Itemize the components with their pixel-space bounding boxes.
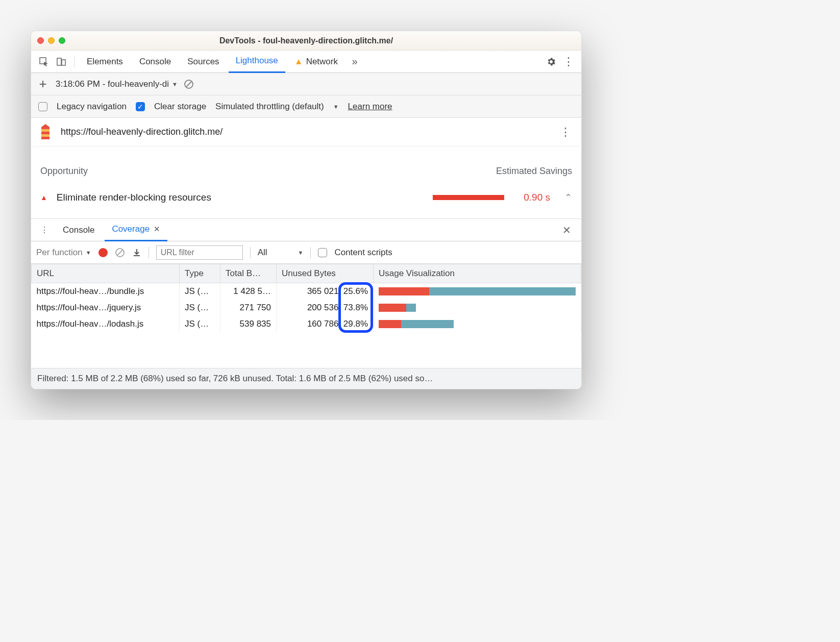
cell-total: 539 835 (220, 316, 277, 332)
table-row[interactable]: https://foul-heav…/jquery.jsJS (…271 750… (32, 300, 581, 316)
lighthouse-icon (38, 124, 53, 140)
clear-icon[interactable] (184, 79, 194, 89)
svg-marker-5 (41, 124, 50, 129)
savings-bar (433, 195, 504, 200)
svg-rect-2 (62, 60, 65, 65)
svg-rect-1 (57, 58, 61, 65)
opportunity-header: Opportunity Estimated Savings (31, 146, 581, 185)
clear-storage-label: Clear storage (154, 102, 206, 112)
warning-icon: ▲ (294, 57, 303, 67)
drawer-tabbar: ⋮ Console Coverage ✕ ✕ (31, 219, 581, 241)
cell-url: https://foul-heav…/jquery.js (32, 300, 180, 316)
svg-rect-6 (41, 129, 50, 132)
content-scripts-label: Content scripts (334, 248, 392, 258)
cell-type: JS (… (180, 300, 220, 316)
col-type[interactable]: Type (180, 264, 220, 283)
cell-type: JS (… (180, 283, 220, 300)
content-scripts-checkbox[interactable] (318, 248, 327, 257)
cell-unused: 200 536 73.8% (277, 300, 374, 316)
tab-network-label: Network (306, 57, 338, 67)
savings-col: Estimated Savings (496, 166, 572, 177)
close-tab-icon[interactable]: ✕ (154, 225, 160, 234)
kebab-menu-icon[interactable]: ⋮ (561, 54, 576, 69)
svg-rect-8 (41, 134, 50, 137)
clear-storage-checkbox[interactable]: ✓ (136, 102, 145, 111)
col-unused[interactable]: Unused Bytes (277, 264, 374, 283)
report-dropdown[interactable]: 3:18:06 PM - foul-heavenly-di ▼ (56, 79, 178, 89)
dropdown-icon: ▼ (298, 250, 304, 256)
legacy-nav-label: Legacy navigation (57, 102, 127, 112)
main-tabbar: Elements Console Sources Lighthouse ▲ Ne… (31, 51, 581, 73)
legacy-nav-checkbox[interactable] (38, 102, 47, 111)
throttling-dropdown-icon[interactable]: ▼ (333, 104, 339, 110)
cell-viz (374, 300, 581, 316)
fail-icon: ▲ (40, 193, 47, 202)
more-tabs-icon[interactable]: » (347, 54, 362, 69)
close-drawer-icon[interactable]: ✕ (557, 224, 576, 236)
col-total[interactable]: Total B… (220, 264, 277, 283)
tab-elements[interactable]: Elements (80, 51, 130, 73)
report-label: 3:18:06 PM - foul-heavenly-di (56, 79, 169, 89)
coverage-footer: Filtered: 1.5 MB of 2.2 MB (68%) used so… (31, 368, 581, 389)
settings-icon[interactable] (543, 54, 559, 69)
col-viz[interactable]: Usage Visualization (374, 264, 581, 283)
dropdown-icon: ▼ (86, 250, 91, 256)
audit-url: https://foul-heavenly-direction.glitch.m… (61, 127, 223, 137)
drawer-tab-console[interactable]: Console (56, 219, 102, 241)
tab-console[interactable]: Console (132, 51, 178, 73)
coverage-mode-label: Per function (36, 248, 83, 258)
table-row[interactable]: https://foul-heav…/bundle.jsJS (…1 428 5… (32, 283, 581, 300)
drawer-menu-icon[interactable]: ⋮ (36, 225, 53, 235)
clear-coverage-icon[interactable] (115, 248, 125, 258)
savings-value: 0.90 s (524, 192, 550, 203)
type-filter-label: All (258, 248, 267, 258)
new-report-button[interactable]: + (36, 76, 50, 92)
opportunity-col: Opportunity (40, 166, 88, 177)
throttling-label: Simulated throttling (default) (215, 102, 324, 112)
cell-url: https://foul-heav…/bundle.js (32, 283, 180, 300)
svg-rect-7 (41, 132, 50, 134)
lighthouse-options: Legacy navigation ✓ Clear storage Simula… (31, 95, 581, 118)
tab-network[interactable]: ▲ Network (287, 51, 345, 73)
opportunity-label: Eliminate render-blocking resources (57, 192, 211, 203)
export-icon[interactable] (132, 248, 141, 257)
window-title: DevTools - foul-heavenly-direction.glitc… (31, 36, 581, 45)
devtools-window: DevTools - foul-heavenly-direction.glitc… (31, 31, 582, 389)
cell-viz (374, 316, 581, 332)
inspect-element-icon[interactable] (36, 54, 52, 69)
drawer-tab-coverage-label: Coverage (112, 224, 150, 234)
record-button[interactable] (98, 248, 108, 257)
coverage-table-wrap: URL Type Total B… Unused Bytes Usage Vis… (31, 264, 581, 368)
tab-lighthouse[interactable]: Lighthouse (229, 51, 285, 73)
audit-url-row: https://foul-heavenly-direction.glitch.m… (31, 118, 581, 146)
coverage-table: URL Type Total B… Unused Bytes Usage Vis… (31, 264, 581, 332)
audit-menu-icon[interactable]: ⋮ (557, 126, 574, 139)
dropdown-icon: ▼ (172, 81, 178, 87)
lighthouse-runbar: + 3:18:06 PM - foul-heavenly-di ▼ (31, 73, 581, 95)
cell-unused: 160 786 29.8% (277, 316, 374, 332)
coverage-mode-dropdown[interactable]: Per function ▼ (36, 248, 91, 258)
svg-line-4 (186, 82, 191, 87)
cell-total: 271 750 (220, 300, 277, 316)
drawer-tab-coverage[interactable]: Coverage ✕ (105, 219, 167, 241)
cell-viz (374, 283, 581, 300)
cell-type: JS (… (180, 316, 220, 332)
col-url[interactable]: URL (32, 264, 180, 283)
svg-rect-9 (41, 137, 50, 139)
titlebar: DevTools - foul-heavenly-direction.glitc… (31, 31, 581, 51)
device-toolbar-icon[interactable] (54, 54, 69, 69)
cell-url: https://foul-heav…/lodash.js (32, 316, 180, 332)
coverage-toolbar: Per function ▼ All ▼ Content scripts (31, 241, 581, 264)
chevron-up-icon[interactable]: ⌃ (564, 192, 572, 203)
learn-more-link[interactable]: Learn more (348, 102, 392, 112)
type-filter-dropdown[interactable]: All ▼ (258, 248, 304, 258)
svg-line-11 (117, 250, 122, 255)
tab-sources[interactable]: Sources (180, 51, 226, 73)
url-filter-input[interactable] (156, 245, 243, 260)
cell-unused: 365 021 25.6% (277, 283, 374, 300)
cell-total: 1 428 5… (220, 283, 277, 300)
opportunity-row[interactable]: ▲ Eliminate render-blocking resources 0.… (31, 185, 581, 219)
table-row[interactable]: https://foul-heav…/lodash.jsJS (…539 835… (32, 316, 581, 332)
